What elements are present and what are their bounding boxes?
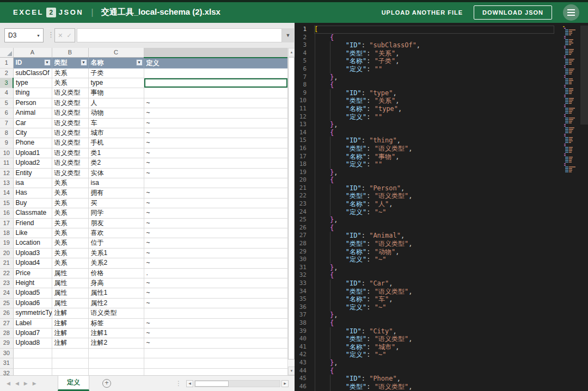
code-line[interactable]: 3 "ID": "subClassOf", [295,41,588,49]
code-line[interactable]: 17 "名称": "事物", [295,153,588,161]
row-header-20[interactable]: 20 [0,248,13,258]
code-line[interactable]: 12 "定义": "" [295,113,588,121]
horizontal-scrollbar-thumb[interactable] [195,381,229,387]
row-header-14[interactable]: 14 [0,188,13,198]
cell-D5[interactable]: ~ [144,98,287,108]
row-header-19[interactable]: 19 [0,238,13,248]
cell-A32[interactable] [13,368,52,375]
cell-C4[interactable]: 事物 [88,88,144,98]
cell-A22[interactable]: Price [13,268,52,278]
code-line[interactable]: 30 "定义": "~" [295,256,588,264]
cell-B15[interactable]: 关系 [52,198,88,208]
row-header-25[interactable]: 25 [0,298,13,308]
scroll-right-arrow-icon[interactable]: ▶ [281,380,289,387]
cell-B14[interactable]: 关系 [52,188,88,198]
cell-D26[interactable] [144,308,287,318]
cell-D3[interactable] [144,78,287,88]
row-header-7[interactable]: 7 [0,118,13,128]
cell-B10[interactable]: 语义类型 [52,148,88,158]
hamburger-menu-button[interactable] [563,4,579,21]
cell-B16[interactable]: 关系 [52,208,88,218]
cell-C15[interactable]: 买 [88,198,144,208]
row-header-17[interactable]: 17 [0,218,13,228]
previous-sheet-icon[interactable]: ◀ [15,381,19,386]
cell-A31[interactable] [13,358,52,368]
cell-B9[interactable]: 语义类型 [52,138,88,148]
cell-C3[interactable]: type [88,78,144,88]
code-line[interactable]: 36 "定义": "~" [295,303,588,312]
code-line[interactable]: 15 "ID": "thing", [295,136,588,145]
cell-B21[interactable]: 关系 [52,258,88,268]
cell-A28[interactable]: Upload7 [13,328,52,338]
row-header-8[interactable]: 8 [0,128,13,138]
row-header-22[interactable]: 22 [0,268,13,278]
cell-A17[interactable]: Friend [13,218,52,228]
cell-B31[interactable] [52,358,88,368]
filter-dropdown-icon[interactable]: ▼ [136,59,143,66]
cell-D21[interactable]: ~ [144,258,287,268]
code-line[interactable]: 8 { [295,81,588,89]
cell-A20[interactable]: Upload3 [13,248,52,258]
cell-B8[interactable]: 语义类型 [52,128,88,138]
cell-C9[interactable]: 手机 [88,138,144,148]
cell-D13[interactable] [144,178,287,188]
row-header-1[interactable]: 1 [0,58,13,69]
row-header-6[interactable]: 6 [0,108,13,118]
cell-A7[interactable]: Car [13,118,52,128]
cell-D2[interactable] [144,68,287,78]
cell-B7[interactable]: 语义类型 [52,118,88,128]
row-header-13[interactable]: 13 [0,178,13,188]
cell-C27[interactable]: 标签 [88,318,144,328]
next-sheet-icon[interactable]: ▶ [24,381,28,386]
formula-bar-input[interactable] [77,28,282,42]
code-line[interactable]: 16 "类型": "语义类型", [295,145,588,153]
cell-D31[interactable] [144,358,287,368]
cell-D9[interactable]: ~ [144,138,287,148]
code-line[interactable]: 23 "名称": "人", [295,200,588,208]
code-line[interactable]: 9 "ID": "type", [295,89,588,97]
cell-C20[interactable]: 关系1 [88,248,144,258]
horizontal-scrollbar-track[interactable] [194,380,280,387]
code-line[interactable]: 37 }, [295,311,588,319]
cell-B27[interactable]: 注解 [52,318,88,328]
cell-D32[interactable] [144,368,287,375]
code-line[interactable]: 18 "定义": "" [295,160,588,169]
row-header-30[interactable]: 30 [0,348,13,358]
row-header-15[interactable]: 15 [0,198,13,208]
cell-D7[interactable]: ~ [144,118,287,128]
add-sheet-button[interactable]: + [102,379,111,388]
cell-B13[interactable]: 关系 [52,178,88,188]
code-line[interactable]: 10 "类型": "关系", [295,97,588,105]
code-line[interactable]: 29 "名称": "动物", [295,248,588,256]
row-header-28[interactable]: 28 [0,328,13,338]
code-line[interactable]: 4 "类型": "关系", [295,49,588,58]
row-header-32[interactable]: 32 [0,368,13,375]
cell-A23[interactable]: Height [13,278,52,288]
cell-A24[interactable]: Upload5 [13,288,52,298]
column-header-D[interactable] [144,48,287,58]
cell-B2[interactable]: 关系 [52,68,88,78]
row-header-10[interactable]: 10 [0,148,13,158]
code-line[interactable]: 7 }, [295,73,588,82]
row-header-18[interactable]: 18 [0,228,13,238]
cell-A6[interactable]: Animal [13,108,52,118]
row-header-24[interactable]: 24 [0,288,13,298]
cell-B18[interactable]: 关系 [52,228,88,238]
column-header-C[interactable]: C [88,48,144,58]
row-header-26[interactable]: 26 [0,308,13,318]
cell-A16[interactable]: Classmate [13,208,52,218]
code-line[interactable]: 44 { [295,367,588,375]
scroll-left-arrow-icon[interactable]: ◀ [186,380,193,387]
table-header-cell-3[interactable]: 定义 [144,58,287,69]
table-header-cell-2[interactable]: 名称▼ [88,58,144,69]
cell-C30[interactable] [88,348,144,358]
cell-C5[interactable]: 人 [88,98,144,108]
code-line[interactable]: 6 "定义": "" [295,65,588,73]
filter-dropdown-icon[interactable]: ▼ [81,59,87,66]
cell-D29[interactable]: ~ [144,338,287,348]
code-line[interactable]: 24 "定义": "~" [295,208,588,216]
download-json-button[interactable]: DOWNLOAD JSON [474,5,552,20]
cell-C6[interactable]: 动物 [88,108,144,118]
cell-A26[interactable]: symmetricTy [13,308,52,318]
code-line[interactable]: 38 { [295,319,588,327]
